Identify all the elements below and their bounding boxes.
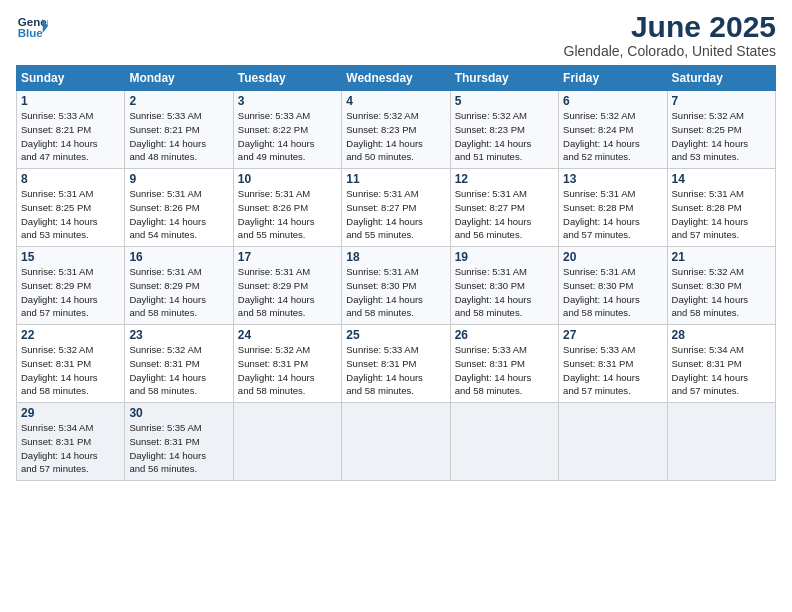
day-cell: 12Sunrise: 5:31 AMSunset: 8:27 PMDayligh… bbox=[450, 169, 558, 247]
day-number: 20 bbox=[563, 250, 662, 264]
day-info-line: Sunrise: 5:31 AM bbox=[129, 187, 228, 201]
day-info: Sunrise: 5:31 AMSunset: 8:26 PMDaylight:… bbox=[238, 187, 337, 242]
day-cell: 13Sunrise: 5:31 AMSunset: 8:28 PMDayligh… bbox=[559, 169, 667, 247]
day-info-line: Sunset: 8:30 PM bbox=[455, 279, 554, 293]
day-info-line: Sunset: 8:31 PM bbox=[238, 357, 337, 371]
day-info-line: Sunset: 8:27 PM bbox=[346, 201, 445, 215]
day-info-line: Sunrise: 5:34 AM bbox=[672, 343, 771, 357]
day-info: Sunrise: 5:31 AMSunset: 8:29 PMDaylight:… bbox=[21, 265, 120, 320]
main-title: June 2025 bbox=[564, 10, 776, 43]
day-info: Sunrise: 5:31 AMSunset: 8:29 PMDaylight:… bbox=[238, 265, 337, 320]
day-cell: 17Sunrise: 5:31 AMSunset: 8:29 PMDayligh… bbox=[233, 247, 341, 325]
day-cell bbox=[667, 403, 775, 481]
day-number: 25 bbox=[346, 328, 445, 342]
day-cell: 16Sunrise: 5:31 AMSunset: 8:29 PMDayligh… bbox=[125, 247, 233, 325]
day-info-line: Sunset: 8:28 PM bbox=[563, 201, 662, 215]
day-number: 2 bbox=[129, 94, 228, 108]
day-info-line: Daylight: 14 hours bbox=[563, 371, 662, 385]
day-info-line: Sunrise: 5:32 AM bbox=[129, 343, 228, 357]
day-info-line: and 58 minutes. bbox=[238, 306, 337, 320]
day-info: Sunrise: 5:35 AMSunset: 8:31 PMDaylight:… bbox=[129, 421, 228, 476]
day-info-line: and 58 minutes. bbox=[21, 384, 120, 398]
day-info-line: Sunrise: 5:31 AM bbox=[21, 187, 120, 201]
day-cell: 18Sunrise: 5:31 AMSunset: 8:30 PMDayligh… bbox=[342, 247, 450, 325]
day-info-line: Sunrise: 5:35 AM bbox=[129, 421, 228, 435]
day-number: 21 bbox=[672, 250, 771, 264]
day-info-line: Sunset: 8:31 PM bbox=[672, 357, 771, 371]
day-cell bbox=[233, 403, 341, 481]
day-info-line: and 58 minutes. bbox=[129, 384, 228, 398]
day-info: Sunrise: 5:33 AMSunset: 8:21 PMDaylight:… bbox=[129, 109, 228, 164]
day-number: 22 bbox=[21, 328, 120, 342]
day-info-line: Sunrise: 5:33 AM bbox=[455, 343, 554, 357]
title-block: June 2025 Glendale, Colorado, United Sta… bbox=[564, 10, 776, 59]
day-number: 28 bbox=[672, 328, 771, 342]
day-info-line: and 53 minutes. bbox=[21, 228, 120, 242]
day-info-line: Sunrise: 5:33 AM bbox=[346, 343, 445, 357]
day-info-line: Daylight: 14 hours bbox=[21, 137, 120, 151]
day-cell: 3Sunrise: 5:33 AMSunset: 8:22 PMDaylight… bbox=[233, 91, 341, 169]
day-number: 15 bbox=[21, 250, 120, 264]
day-info: Sunrise: 5:33 AMSunset: 8:31 PMDaylight:… bbox=[563, 343, 662, 398]
day-cell: 29Sunrise: 5:34 AMSunset: 8:31 PMDayligh… bbox=[17, 403, 125, 481]
day-info-line: Daylight: 14 hours bbox=[672, 371, 771, 385]
day-cell: 21Sunrise: 5:32 AMSunset: 8:30 PMDayligh… bbox=[667, 247, 775, 325]
day-info-line: Sunrise: 5:31 AM bbox=[21, 265, 120, 279]
day-cell: 1Sunrise: 5:33 AMSunset: 8:21 PMDaylight… bbox=[17, 91, 125, 169]
day-info: Sunrise: 5:32 AMSunset: 8:23 PMDaylight:… bbox=[455, 109, 554, 164]
day-number: 5 bbox=[455, 94, 554, 108]
day-info-line: and 57 minutes. bbox=[21, 306, 120, 320]
day-cell: 2Sunrise: 5:33 AMSunset: 8:21 PMDaylight… bbox=[125, 91, 233, 169]
day-info-line: Sunset: 8:23 PM bbox=[455, 123, 554, 137]
day-info-line: Sunset: 8:29 PM bbox=[129, 279, 228, 293]
day-info-line: Daylight: 14 hours bbox=[672, 137, 771, 151]
day-info-line: Sunrise: 5:32 AM bbox=[21, 343, 120, 357]
day-info-line: and 47 minutes. bbox=[21, 150, 120, 164]
day-info-line: Sunrise: 5:31 AM bbox=[238, 265, 337, 279]
day-number: 1 bbox=[21, 94, 120, 108]
day-cell: 9Sunrise: 5:31 AMSunset: 8:26 PMDaylight… bbox=[125, 169, 233, 247]
day-info-line: Sunrise: 5:31 AM bbox=[346, 187, 445, 201]
day-info-line: and 53 minutes. bbox=[672, 150, 771, 164]
day-cell: 6Sunrise: 5:32 AMSunset: 8:24 PMDaylight… bbox=[559, 91, 667, 169]
day-info-line: Sunset: 8:26 PM bbox=[129, 201, 228, 215]
day-info-line: Daylight: 14 hours bbox=[672, 293, 771, 307]
day-number: 6 bbox=[563, 94, 662, 108]
day-number: 14 bbox=[672, 172, 771, 186]
day-cell: 15Sunrise: 5:31 AMSunset: 8:29 PMDayligh… bbox=[17, 247, 125, 325]
day-info-line: Sunset: 8:31 PM bbox=[21, 357, 120, 371]
day-info-line: Sunset: 8:30 PM bbox=[346, 279, 445, 293]
day-info: Sunrise: 5:31 AMSunset: 8:30 PMDaylight:… bbox=[455, 265, 554, 320]
day-info-line: Daylight: 14 hours bbox=[21, 215, 120, 229]
day-info-line: Daylight: 14 hours bbox=[129, 215, 228, 229]
day-info-line: Daylight: 14 hours bbox=[129, 449, 228, 463]
day-info: Sunrise: 5:32 AMSunset: 8:30 PMDaylight:… bbox=[672, 265, 771, 320]
day-cell bbox=[559, 403, 667, 481]
day-info-line: Sunset: 8:29 PM bbox=[238, 279, 337, 293]
day-info: Sunrise: 5:31 AMSunset: 8:27 PMDaylight:… bbox=[346, 187, 445, 242]
day-number: 8 bbox=[21, 172, 120, 186]
col-header-saturday: Saturday bbox=[667, 66, 775, 91]
subtitle: Glendale, Colorado, United States bbox=[564, 43, 776, 59]
day-cell: 28Sunrise: 5:34 AMSunset: 8:31 PMDayligh… bbox=[667, 325, 775, 403]
day-info-line: and 55 minutes. bbox=[238, 228, 337, 242]
day-cell: 24Sunrise: 5:32 AMSunset: 8:31 PMDayligh… bbox=[233, 325, 341, 403]
day-info: Sunrise: 5:33 AMSunset: 8:31 PMDaylight:… bbox=[346, 343, 445, 398]
day-cell: 7Sunrise: 5:32 AMSunset: 8:25 PMDaylight… bbox=[667, 91, 775, 169]
day-number: 23 bbox=[129, 328, 228, 342]
day-info-line: Sunset: 8:29 PM bbox=[21, 279, 120, 293]
day-number: 26 bbox=[455, 328, 554, 342]
day-info: Sunrise: 5:33 AMSunset: 8:22 PMDaylight:… bbox=[238, 109, 337, 164]
day-info-line: Daylight: 14 hours bbox=[563, 293, 662, 307]
day-info-line: Sunset: 8:26 PM bbox=[238, 201, 337, 215]
day-info-line: Sunrise: 5:31 AM bbox=[129, 265, 228, 279]
day-info-line: Sunrise: 5:31 AM bbox=[563, 265, 662, 279]
day-info-line: Sunrise: 5:32 AM bbox=[346, 109, 445, 123]
col-header-monday: Monday bbox=[125, 66, 233, 91]
col-header-thursday: Thursday bbox=[450, 66, 558, 91]
day-cell: 11Sunrise: 5:31 AMSunset: 8:27 PMDayligh… bbox=[342, 169, 450, 247]
day-info: Sunrise: 5:34 AMSunset: 8:31 PMDaylight:… bbox=[21, 421, 120, 476]
day-info-line: Sunrise: 5:32 AM bbox=[238, 343, 337, 357]
day-info-line: Sunrise: 5:31 AM bbox=[238, 187, 337, 201]
day-info-line: Sunset: 8:22 PM bbox=[238, 123, 337, 137]
